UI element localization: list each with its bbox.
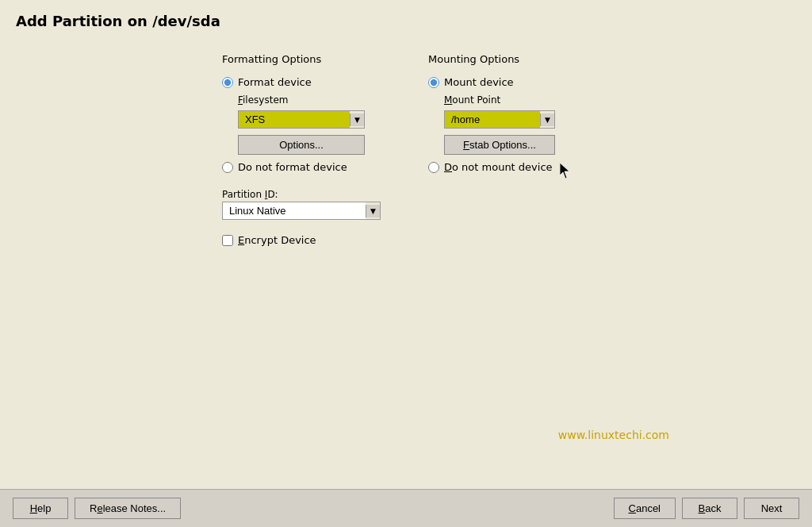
formatting-options-label: Formatting Options [222, 53, 381, 65]
format-device-row: Format device [222, 76, 381, 88]
cancel-button[interactable]: Cancel [614, 498, 676, 519]
partition-id-label: Partition ID: [222, 189, 381, 200]
help-button[interactable]: Help [13, 498, 68, 519]
filesystem-select[interactable]: XFS ext4 ext3 btrfs vfat [239, 111, 350, 128]
partition-id-dropdown-wrapper: Linux Native Linux Swap EFI System Parti… [222, 202, 381, 220]
do-not-format-row: Do not format device [222, 161, 381, 173]
mounting-options-label: Mounting Options [428, 53, 555, 65]
encrypt-device-checkbox[interactable] [222, 235, 233, 246]
release-notes-button[interactable]: Release Notes... [75, 498, 181, 519]
bottom-bar: Help Release Notes... Cancel Back Next [0, 489, 812, 527]
back-button[interactable]: Back [682, 498, 737, 519]
next-button[interactable]: Next [744, 498, 799, 519]
btn-right-group: Cancel Back Next [614, 498, 799, 519]
main-window: Add Partition on /dev/sda Formatting Opt… [0, 0, 812, 527]
title-bar: Add Partition on /dev/sda [0, 0, 812, 37]
partition-id-dropdown-arrow[interactable]: ▼ [366, 205, 380, 217]
partition-id-section: Partition ID: Linux Native Linux Swap EF… [222, 189, 381, 220]
watermark: www.linuxtechi.com [558, 429, 669, 441]
fstab-options-button[interactable]: Fstab Options... [444, 135, 555, 155]
mount-point-dropdown-wrapper: /home / /boot /var /tmp ▼ [444, 110, 555, 129]
do-not-mount-label: Do not mount device [444, 161, 553, 173]
mounting-options-panel: Mounting Options Mount device Mount Poin… [428, 53, 555, 246]
filesystem-block: Filesystem XFS ext4 ext3 btrfs vfat ▼ [238, 94, 381, 155]
filesystem-dropdown-wrapper: XFS ext4 ext3 btrfs vfat ▼ [238, 110, 365, 129]
mount-device-label: Mount device [444, 76, 514, 88]
filesystem-dropdown-arrow[interactable]: ▼ [350, 113, 364, 126]
encrypt-device-row: Encrypt Device [222, 234, 381, 246]
mount-point-select[interactable]: /home / /boot /var /tmp [445, 111, 540, 128]
encrypt-device-label: Encrypt Device [238, 234, 316, 246]
formatting-options-panel: Formatting Options Format device Filesys… [222, 53, 381, 246]
mount-device-radio[interactable] [428, 77, 439, 88]
do-not-format-label: Do not format device [238, 161, 347, 173]
page-title: Add Partition on /dev/sda [16, 13, 796, 29]
btn-left-group: Help Release Notes... [13, 498, 181, 519]
options-btn-row: Options... [238, 135, 381, 155]
options-button[interactable]: Options... [238, 135, 365, 155]
filesystem-label: Filesystem [238, 94, 381, 106]
do-not-format-radio[interactable] [222, 162, 233, 173]
mount-point-dropdown-arrow[interactable]: ▼ [540, 113, 554, 126]
mount-point-label: Mount Point [444, 94, 555, 106]
format-device-radio[interactable] [222, 77, 233, 88]
mount-device-row: Mount device [428, 76, 555, 88]
mount-point-block: Mount Point /home / /boot /var /tmp ▼ [444, 94, 555, 155]
content-area: Formatting Options Format device Filesys… [0, 37, 812, 489]
partition-id-select[interactable]: Linux Native Linux Swap EFI System Parti… [223, 202, 366, 219]
form-section: Formatting Options Format device Filesys… [0, 37, 812, 246]
do-not-mount-row: Do not mount device [428, 161, 555, 173]
format-device-label: Format device [238, 76, 312, 88]
fstab-btn-row: Fstab Options... [444, 135, 555, 155]
do-not-mount-radio[interactable] [428, 162, 439, 173]
